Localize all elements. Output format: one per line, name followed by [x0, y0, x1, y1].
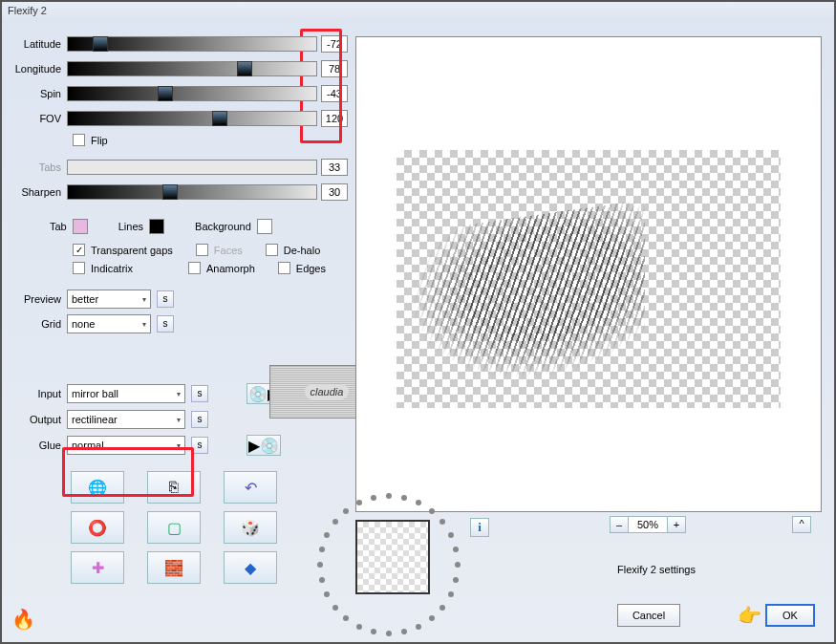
- longitude-label: Longitude: [10, 63, 67, 75]
- tab-color-swatch[interactable]: [73, 219, 88, 234]
- glue-label: Glue: [10, 440, 67, 451]
- slider-sharpen: Sharpen 30: [10, 182, 348, 202]
- zoom-value[interactable]: 50%: [629, 516, 667, 533]
- anamorph-checkbox[interactable]: [188, 262, 201, 274]
- preview-row: Preview better▾ s: [10, 290, 348, 309]
- spin-track[interactable]: [67, 86, 317, 101]
- chevron-down-icon: ▾: [177, 416, 181, 424]
- sharpen-thumb[interactable]: [162, 184, 178, 200]
- indicatrix-checkbox[interactable]: [73, 262, 85, 274]
- preview-dropdown[interactable]: better▾: [67, 290, 151, 309]
- latitude-thumb[interactable]: [93, 36, 108, 52]
- transparent-gaps-label: Transparent gaps: [91, 245, 173, 256]
- zoom-in-button[interactable]: +: [667, 516, 686, 533]
- glue-s-button[interactable]: s: [191, 437, 208, 454]
- ok-button[interactable]: OK: [765, 604, 815, 627]
- slider-spin: Spin -43: [10, 84, 348, 103]
- latitude-value[interactable]: -72: [321, 35, 348, 53]
- dehalo-label: De-halo: [284, 245, 321, 256]
- edges-checkbox[interactable]: [278, 262, 290, 274]
- window-title: Flexify 2: [8, 5, 47, 16]
- longitude-thumb[interactable]: [237, 61, 252, 76]
- fov-thumb[interactable]: [212, 111, 227, 126]
- glue-dropdown[interactable]: normal▾: [67, 436, 185, 455]
- dehalo-checkbox[interactable]: [266, 244, 278, 256]
- faces-checkbox[interactable]: [196, 244, 208, 256]
- color-row: Tab Lines Background: [10, 219, 348, 234]
- grid-s-button[interactable]: s: [157, 315, 174, 333]
- brick-button[interactable]: 🧱: [147, 551, 201, 584]
- background-color-label: Background: [195, 221, 251, 232]
- cancel-button[interactable]: Cancel: [617, 604, 680, 627]
- background-color-swatch[interactable]: [257, 219, 272, 234]
- tabs-value[interactable]: 33: [321, 159, 348, 176]
- plus-shape-button[interactable]: ✚: [71, 551, 124, 584]
- lines-color-swatch[interactable]: [149, 219, 164, 234]
- preview-checker: [397, 150, 781, 408]
- grid-dropdown[interactable]: none▾: [67, 314, 151, 333]
- input-label: Input: [10, 388, 67, 399]
- input-s-button[interactable]: s: [191, 385, 208, 402]
- spin-thumb[interactable]: [158, 86, 173, 101]
- play-disc-button[interactable]: ▶💿: [247, 435, 281, 456]
- settings-label: Flexify 2 settings: [617, 564, 696, 575]
- diamond-button[interactable]: ◆: [224, 551, 277, 584]
- thumbnail[interactable]: [355, 520, 430, 594]
- chevron-down-icon: ▾: [177, 441, 181, 450]
- content: Latitude -72 Longitude 78 Spin -43 FOV 1…: [2, 23, 834, 642]
- fov-value[interactable]: 120: [321, 110, 348, 127]
- slider-tabs: Tabs 33: [10, 158, 348, 177]
- preview-rendering: [397, 217, 645, 389]
- tabs-label: Tabs: [10, 161, 67, 173]
- hand-pointer-icon: 👉: [738, 604, 761, 627]
- grid-value: none: [72, 318, 95, 330]
- faces-label: Faces: [214, 245, 243, 256]
- globe-button[interactable]: 🌐: [71, 471, 124, 504]
- undo-button[interactable]: ↶: [224, 471, 277, 504]
- expand-button[interactable]: ^: [792, 516, 811, 533]
- slider-fov: FOV 120: [10, 109, 348, 128]
- green-square-button[interactable]: ▢: [147, 511, 201, 544]
- zoom-control: – 50% +: [610, 516, 686, 533]
- dice-button[interactable]: 🎲: [224, 511, 277, 544]
- fov-track[interactable]: [67, 111, 317, 126]
- input-value: mirror ball: [72, 388, 118, 399]
- window: Flexify 2 Latitude -72 Longitude 78 Spin…: [0, 0, 836, 644]
- zoom-out-button[interactable]: –: [610, 516, 629, 533]
- glue-value: normal: [72, 440, 104, 451]
- latitude-track[interactable]: [67, 36, 317, 52]
- sharpen-label: Sharpen: [10, 186, 67, 198]
- grid-row: Grid none▾ s: [10, 314, 348, 333]
- ring-button[interactable]: ⭕: [71, 511, 124, 544]
- preview-s-button[interactable]: s: [157, 290, 174, 308]
- longitude-value[interactable]: 78: [321, 60, 348, 77]
- sharpen-track[interactable]: [67, 184, 317, 200]
- flip-checkbox[interactable]: [73, 134, 85, 146]
- transparent-gaps-checkbox[interactable]: ✓: [73, 244, 85, 256]
- tabs-track[interactable]: [67, 160, 317, 175]
- chevron-down-icon: ▾: [142, 320, 146, 329]
- input-dropdown[interactable]: mirror ball▾: [67, 384, 185, 403]
- titlebar: Flexify 2: [2, 2, 834, 21]
- toolbar-row-2: ⭕ ▢ 🎲: [71, 511, 348, 544]
- options-row-1: ✓Transparent gaps Faces De-halo: [73, 244, 348, 256]
- sharpen-value[interactable]: 30: [321, 183, 348, 201]
- spin-label: Spin: [10, 88, 67, 99]
- toolbar-row-3: ✚ 🧱 ◆: [71, 551, 348, 584]
- output-s-button[interactable]: s: [191, 411, 208, 428]
- grid-label: Grid: [10, 318, 67, 330]
- info-button[interactable]: i: [470, 518, 489, 537]
- output-dropdown[interactable]: rectilinear▾: [67, 410, 185, 429]
- preview-area[interactable]: [355, 36, 822, 512]
- lines-color-label: Lines: [118, 221, 143, 232]
- flip-row: Flip: [73, 134, 348, 146]
- output-value: rectilinear: [72, 414, 118, 425]
- watermark-text: claudia: [305, 384, 350, 399]
- flame-icon[interactable]: 🔥: [11, 608, 35, 631]
- spin-value[interactable]: -43: [321, 85, 348, 102]
- left-panel: Latitude -72 Longitude 78 Spin -43 FOV 1…: [10, 34, 348, 584]
- tab-color-label: Tab: [50, 221, 67, 232]
- longitude-track[interactable]: [67, 61, 317, 76]
- copy-button[interactable]: ⎘: [147, 471, 201, 504]
- indicatrix-label: Indicatrix: [91, 263, 133, 274]
